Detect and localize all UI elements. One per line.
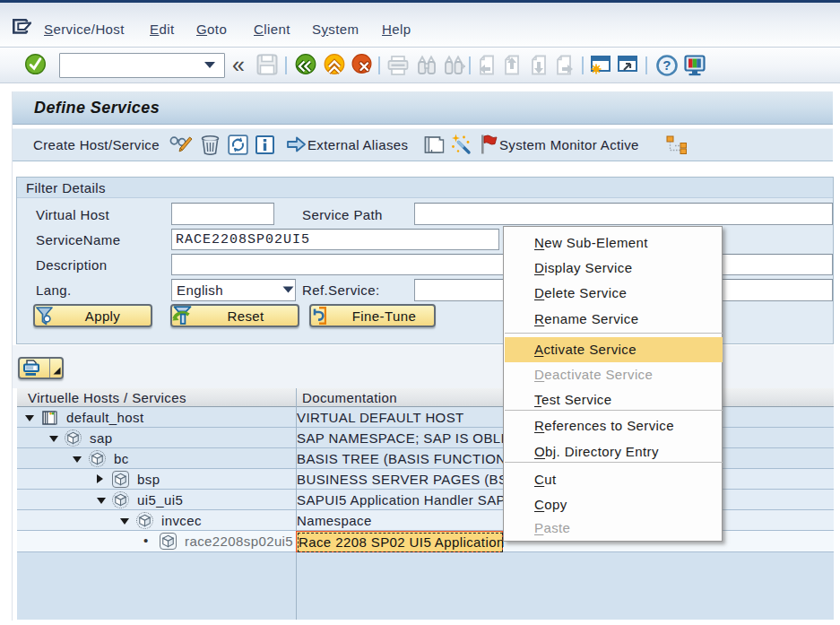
- svg-text:?: ?: [662, 57, 671, 73]
